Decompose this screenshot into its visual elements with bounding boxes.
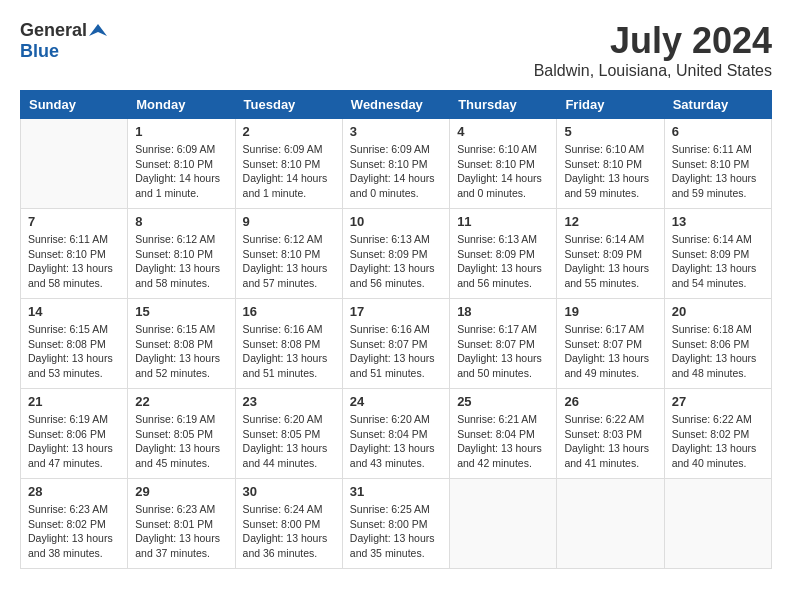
calendar-header-monday: Monday bbox=[128, 91, 235, 119]
title-area: July 2024 Baldwin, Louisiana, United Sta… bbox=[534, 20, 772, 80]
day-info: Sunrise: 6:22 AMSunset: 8:02 PMDaylight:… bbox=[672, 412, 764, 471]
calendar-table: SundayMondayTuesdayWednesdayThursdayFrid… bbox=[20, 90, 772, 569]
day-info: Sunrise: 6:10 AMSunset: 8:10 PMDaylight:… bbox=[564, 142, 656, 201]
calendar-header-sunday: Sunday bbox=[21, 91, 128, 119]
day-number: 16 bbox=[243, 304, 335, 319]
day-number: 20 bbox=[672, 304, 764, 319]
day-info: Sunrise: 6:22 AMSunset: 8:03 PMDaylight:… bbox=[564, 412, 656, 471]
day-info: Sunrise: 6:15 AMSunset: 8:08 PMDaylight:… bbox=[135, 322, 227, 381]
day-info: Sunrise: 6:13 AMSunset: 8:09 PMDaylight:… bbox=[457, 232, 549, 291]
calendar-cell: 28Sunrise: 6:23 AMSunset: 8:02 PMDayligh… bbox=[21, 479, 128, 569]
calendar-header-wednesday: Wednesday bbox=[342, 91, 449, 119]
calendar-cell: 2Sunrise: 6:09 AMSunset: 8:10 PMDaylight… bbox=[235, 119, 342, 209]
day-number: 6 bbox=[672, 124, 764, 139]
day-number: 7 bbox=[28, 214, 120, 229]
calendar-cell: 17Sunrise: 6:16 AMSunset: 8:07 PMDayligh… bbox=[342, 299, 449, 389]
svg-marker-0 bbox=[89, 24, 107, 36]
calendar-cell bbox=[450, 479, 557, 569]
day-info: Sunrise: 6:09 AMSunset: 8:10 PMDaylight:… bbox=[243, 142, 335, 201]
calendar-header-friday: Friday bbox=[557, 91, 664, 119]
day-info: Sunrise: 6:20 AMSunset: 8:04 PMDaylight:… bbox=[350, 412, 442, 471]
calendar-cell: 10Sunrise: 6:13 AMSunset: 8:09 PMDayligh… bbox=[342, 209, 449, 299]
calendar-header-saturday: Saturday bbox=[664, 91, 771, 119]
calendar-week-2: 7Sunrise: 6:11 AMSunset: 8:10 PMDaylight… bbox=[21, 209, 772, 299]
day-number: 15 bbox=[135, 304, 227, 319]
day-info: Sunrise: 6:19 AMSunset: 8:06 PMDaylight:… bbox=[28, 412, 120, 471]
day-number: 24 bbox=[350, 394, 442, 409]
day-number: 19 bbox=[564, 304, 656, 319]
logo-blue: Blue bbox=[20, 41, 59, 61]
calendar-cell: 25Sunrise: 6:21 AMSunset: 8:04 PMDayligh… bbox=[450, 389, 557, 479]
calendar-cell: 4Sunrise: 6:10 AMSunset: 8:10 PMDaylight… bbox=[450, 119, 557, 209]
calendar-cell: 6Sunrise: 6:11 AMSunset: 8:10 PMDaylight… bbox=[664, 119, 771, 209]
day-info: Sunrise: 6:18 AMSunset: 8:06 PMDaylight:… bbox=[672, 322, 764, 381]
calendar-cell: 8Sunrise: 6:12 AMSunset: 8:10 PMDaylight… bbox=[128, 209, 235, 299]
day-info: Sunrise: 6:21 AMSunset: 8:04 PMDaylight:… bbox=[457, 412, 549, 471]
day-number: 31 bbox=[350, 484, 442, 499]
calendar-cell: 18Sunrise: 6:17 AMSunset: 8:07 PMDayligh… bbox=[450, 299, 557, 389]
calendar-cell: 12Sunrise: 6:14 AMSunset: 8:09 PMDayligh… bbox=[557, 209, 664, 299]
day-number: 30 bbox=[243, 484, 335, 499]
calendar-cell: 21Sunrise: 6:19 AMSunset: 8:06 PMDayligh… bbox=[21, 389, 128, 479]
calendar-cell bbox=[664, 479, 771, 569]
page-header: General Blue July 2024 Baldwin, Louisian… bbox=[20, 20, 772, 80]
day-number: 12 bbox=[564, 214, 656, 229]
day-info: Sunrise: 6:10 AMSunset: 8:10 PMDaylight:… bbox=[457, 142, 549, 201]
logo-general: General bbox=[20, 20, 87, 41]
logo-bird-icon bbox=[89, 22, 107, 40]
calendar-cell: 22Sunrise: 6:19 AMSunset: 8:05 PMDayligh… bbox=[128, 389, 235, 479]
day-number: 27 bbox=[672, 394, 764, 409]
day-info: Sunrise: 6:17 AMSunset: 8:07 PMDaylight:… bbox=[564, 322, 656, 381]
day-info: Sunrise: 6:16 AMSunset: 8:08 PMDaylight:… bbox=[243, 322, 335, 381]
day-number: 21 bbox=[28, 394, 120, 409]
day-number: 18 bbox=[457, 304, 549, 319]
day-number: 14 bbox=[28, 304, 120, 319]
calendar-cell: 19Sunrise: 6:17 AMSunset: 8:07 PMDayligh… bbox=[557, 299, 664, 389]
day-number: 29 bbox=[135, 484, 227, 499]
day-info: Sunrise: 6:25 AMSunset: 8:00 PMDaylight:… bbox=[350, 502, 442, 561]
day-info: Sunrise: 6:23 AMSunset: 8:02 PMDaylight:… bbox=[28, 502, 120, 561]
day-number: 23 bbox=[243, 394, 335, 409]
calendar-cell: 7Sunrise: 6:11 AMSunset: 8:10 PMDaylight… bbox=[21, 209, 128, 299]
calendar-cell bbox=[21, 119, 128, 209]
calendar-header-tuesday: Tuesday bbox=[235, 91, 342, 119]
day-info: Sunrise: 6:11 AMSunset: 8:10 PMDaylight:… bbox=[28, 232, 120, 291]
calendar-header-thursday: Thursday bbox=[450, 91, 557, 119]
calendar-week-3: 14Sunrise: 6:15 AMSunset: 8:08 PMDayligh… bbox=[21, 299, 772, 389]
calendar-cell: 13Sunrise: 6:14 AMSunset: 8:09 PMDayligh… bbox=[664, 209, 771, 299]
day-number: 3 bbox=[350, 124, 442, 139]
calendar-cell: 26Sunrise: 6:22 AMSunset: 8:03 PMDayligh… bbox=[557, 389, 664, 479]
day-info: Sunrise: 6:17 AMSunset: 8:07 PMDaylight:… bbox=[457, 322, 549, 381]
day-info: Sunrise: 6:13 AMSunset: 8:09 PMDaylight:… bbox=[350, 232, 442, 291]
calendar-cell: 27Sunrise: 6:22 AMSunset: 8:02 PMDayligh… bbox=[664, 389, 771, 479]
calendar-week-1: 1Sunrise: 6:09 AMSunset: 8:10 PMDaylight… bbox=[21, 119, 772, 209]
calendar-cell: 29Sunrise: 6:23 AMSunset: 8:01 PMDayligh… bbox=[128, 479, 235, 569]
day-info: Sunrise: 6:12 AMSunset: 8:10 PMDaylight:… bbox=[135, 232, 227, 291]
day-number: 5 bbox=[564, 124, 656, 139]
calendar-cell: 5Sunrise: 6:10 AMSunset: 8:10 PMDaylight… bbox=[557, 119, 664, 209]
day-number: 28 bbox=[28, 484, 120, 499]
day-number: 2 bbox=[243, 124, 335, 139]
day-info: Sunrise: 6:12 AMSunset: 8:10 PMDaylight:… bbox=[243, 232, 335, 291]
logo: General Blue bbox=[20, 20, 107, 62]
day-number: 8 bbox=[135, 214, 227, 229]
calendar-cell: 15Sunrise: 6:15 AMSunset: 8:08 PMDayligh… bbox=[128, 299, 235, 389]
day-info: Sunrise: 6:23 AMSunset: 8:01 PMDaylight:… bbox=[135, 502, 227, 561]
day-info: Sunrise: 6:09 AMSunset: 8:10 PMDaylight:… bbox=[350, 142, 442, 201]
calendar-cell: 16Sunrise: 6:16 AMSunset: 8:08 PMDayligh… bbox=[235, 299, 342, 389]
day-info: Sunrise: 6:11 AMSunset: 8:10 PMDaylight:… bbox=[672, 142, 764, 201]
day-info: Sunrise: 6:24 AMSunset: 8:00 PMDaylight:… bbox=[243, 502, 335, 561]
calendar-cell: 14Sunrise: 6:15 AMSunset: 8:08 PMDayligh… bbox=[21, 299, 128, 389]
day-number: 22 bbox=[135, 394, 227, 409]
calendar-cell: 23Sunrise: 6:20 AMSunset: 8:05 PMDayligh… bbox=[235, 389, 342, 479]
day-info: Sunrise: 6:15 AMSunset: 8:08 PMDaylight:… bbox=[28, 322, 120, 381]
calendar-header-row: SundayMondayTuesdayWednesdayThursdayFrid… bbox=[21, 91, 772, 119]
day-number: 9 bbox=[243, 214, 335, 229]
calendar-cell: 31Sunrise: 6:25 AMSunset: 8:00 PMDayligh… bbox=[342, 479, 449, 569]
day-info: Sunrise: 6:20 AMSunset: 8:05 PMDaylight:… bbox=[243, 412, 335, 471]
calendar-cell: 9Sunrise: 6:12 AMSunset: 8:10 PMDaylight… bbox=[235, 209, 342, 299]
day-info: Sunrise: 6:16 AMSunset: 8:07 PMDaylight:… bbox=[350, 322, 442, 381]
calendar-week-5: 28Sunrise: 6:23 AMSunset: 8:02 PMDayligh… bbox=[21, 479, 772, 569]
day-number: 26 bbox=[564, 394, 656, 409]
calendar-week-4: 21Sunrise: 6:19 AMSunset: 8:06 PMDayligh… bbox=[21, 389, 772, 479]
